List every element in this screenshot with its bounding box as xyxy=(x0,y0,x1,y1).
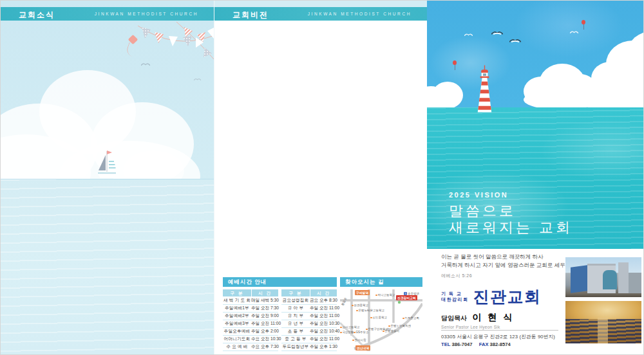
table-row: 주일예배2부주일 오전 9:00 xyxy=(223,313,278,320)
map-label: 기자촌교회 xyxy=(402,316,419,320)
panel-vision-top-strip xyxy=(214,1,427,7)
panel-news-church-en: JINKWAN METHODIST CHURCH xyxy=(95,12,198,16)
divider-line xyxy=(441,330,558,331)
map-label: 신도중학교 xyxy=(370,316,387,319)
fax-label: FAX xyxy=(479,341,489,347)
column-header: 구 분 xyxy=(281,289,310,296)
map-station-yeonsinnae: 연신내역 xyxy=(355,345,370,350)
pastor-title-label: 담임목사 xyxy=(441,314,467,322)
map-label: 국민은행 xyxy=(340,331,354,334)
location-map: 통일로 구파발역 하나고등학교 1송추방면 진관감리교회 진관중학교 은평뉴타운… xyxy=(340,289,422,351)
fax-number: 382-8574 xyxy=(490,341,511,347)
table-row: 주일예배3부주일 오전 11:00 xyxy=(223,320,278,328)
map-label: 은평경찰서 xyxy=(383,329,399,332)
pastor-block: 담임목사 이 현 식 Senior Pastor Lee Hyeon Sik xyxy=(441,311,514,329)
map-label: GS주유소 xyxy=(354,331,369,334)
scripture-line1: 이는 곧 물로 씻어 말씀으로 깨끗하게 하사 xyxy=(441,253,571,261)
seagull-icon xyxy=(570,30,578,34)
table-row: 주일오후예배주일 오후 2:00 xyxy=(223,328,278,336)
panel-vision-church-en: JINKWAN METHODIST CHURCH xyxy=(308,12,412,16)
sailboat-illustration xyxy=(94,149,120,181)
panel-news: 교회소식 JINKWAN METHODIST CHURCH xyxy=(1,1,214,355)
table-row: 초 등 부주일 오전 10:40 xyxy=(281,328,337,336)
map-label: 은평뉴타운고등학교 xyxy=(356,309,384,312)
pastor-name-en: Senior Pastor Lee Hyeon Sik xyxy=(441,325,514,329)
pastor-name: 이 현 식 xyxy=(472,312,514,322)
table-row: 수 요 예 배수요 오후 7:30 xyxy=(223,343,278,351)
map-label: 진관중학교 xyxy=(352,304,368,307)
table-row: 유 치 부주일 오전 11:00 xyxy=(281,313,337,320)
map-label: 하나고등학교 xyxy=(375,293,395,296)
column-header: 시 간 xyxy=(310,289,337,296)
slogan-line1: 말씀으로 xyxy=(449,203,573,219)
panel-news-header: 교회소식 JINKWAN METHODIST CHURCH xyxy=(1,7,214,21)
scripture-block: 이는 곧 물로 씻어 말씀으로 깨끗하게 하사 거룩하게 하시고 자기 앞에 영… xyxy=(441,253,571,280)
tel-number: 386-7047 xyxy=(451,341,472,347)
vision-slogan: 2025 VISION 말씀으로 새로워지는 교회 xyxy=(449,191,573,236)
seascape-illustration: 2025 VISION 말씀으로 새로워지는 교회 xyxy=(427,1,644,249)
directions-heading: 찾아오시는 길 xyxy=(340,277,422,287)
water-area xyxy=(1,179,214,355)
panel-vision-header: 교회비전 JINKWAN METHODIST CHURCH xyxy=(214,7,427,21)
column-header: 구 분 xyxy=(223,289,251,296)
table-row: 주일예배1부주일 오전 7:30 xyxy=(223,305,278,313)
directions-section: 찾아오시는 길 통일로 구파발역 하나고등학교 1송추방면 진관감리교회 진관중… xyxy=(340,277,422,351)
map-label: 연서시장 xyxy=(352,338,366,341)
scripture-line2: 거룩하게 하시고 자기 앞에 영광스러운 교회로 세우사 xyxy=(441,261,571,269)
brochure-canvas: 교회소식 JINKWAN METHODIST CHURCH xyxy=(0,0,644,355)
seagull-icon xyxy=(464,33,473,37)
worship-table-right: 구 분 시 간 금요성령집회금요 오후 8:30 유 아 부주일 오전 11:0… xyxy=(281,289,337,351)
scripture-reference: 에베소서 5:26 xyxy=(441,271,571,280)
seagull-icon xyxy=(509,38,521,43)
seagull-icon xyxy=(491,30,503,35)
slogan-line2: 새로워지는 교회 xyxy=(449,219,573,236)
address-line: 03305 서울시 은평구 진관2로 123 (진관동 90번지) xyxy=(441,334,555,340)
balloon-illustration xyxy=(582,20,585,24)
table-row: 금요성령집회금요 오후 8:30 xyxy=(281,297,337,305)
denomination-label: 기 독 교 대한감리회 xyxy=(441,291,469,302)
table-row: 중 고 등 부주일 오전 11:00 xyxy=(281,336,337,343)
kite-tail xyxy=(125,42,138,57)
map-label: 신사고등학교 xyxy=(340,325,360,329)
lighthouse-illustration xyxy=(472,64,497,115)
map-station-gupabal: 구파발역 xyxy=(355,290,370,295)
table-row: 새 벽 기 도 회매일 새벽 5:30 xyxy=(223,297,278,305)
panel-news-title: 교회소식 xyxy=(19,10,55,21)
contact-line: TEL 386-7047 FAX 382-8574 xyxy=(441,341,516,347)
church-logo: 기 독 교 대한감리회 진관교회 xyxy=(441,288,542,305)
sanctuary-photo xyxy=(565,301,641,343)
panel-cover: 2025 VISION 말씀으로 새로워지는 교회 이는 곧 물로 씻어 말씀으… xyxy=(427,1,644,355)
table-row: 두드림청년부주일 오후 1:30 xyxy=(281,343,337,351)
worship-times-heading: 예배시간 안내 xyxy=(223,277,337,287)
church-name: 진관교회 xyxy=(473,288,542,305)
worship-times-section: 예배시간 안내 구 분 시 간 새 벽 기 도 회매일 새벽 5:30 주일예배… xyxy=(223,277,337,351)
map-label: 은평노인복지관 xyxy=(388,324,411,327)
table-row: 어머니기도회수요 오전 10:30 xyxy=(223,336,278,343)
church-exterior-photo xyxy=(565,257,641,297)
column-header: 시 간 xyxy=(252,289,278,296)
tel-label: TEL xyxy=(441,341,450,347)
vision-year-label: 2025 VISION xyxy=(449,191,573,199)
map-church-marker: 진관감리교회 xyxy=(396,295,417,300)
worship-table-left: 구 분 시 간 새 벽 기 도 회매일 새벽 5:30 주일예배1부주일 오전 … xyxy=(223,289,278,351)
balloon-illustration xyxy=(453,60,457,65)
panel-vision-title: 교회비전 xyxy=(232,10,269,21)
table-row: 유 년 부주일 오전 10:30 xyxy=(281,320,337,328)
table-row: 유 아 부주일 오전 11:00 xyxy=(281,305,337,313)
